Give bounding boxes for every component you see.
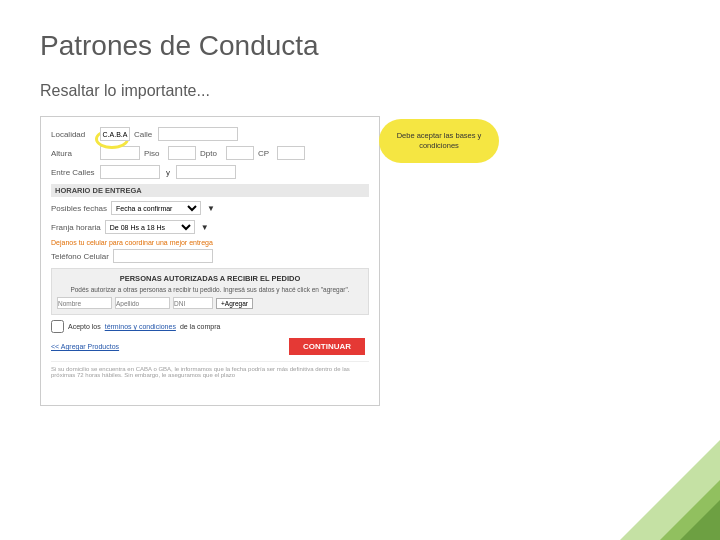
telefono-input[interactable]: [113, 249, 213, 263]
dpto-label: Dpto: [200, 149, 222, 158]
franja-horaria-row: Franja horaria De 08 Hs a 18 Hs ▼: [51, 220, 369, 234]
dni-input[interactable]: [173, 297, 213, 309]
posibles-fechas-row: Posibles fechas Fecha a confirmar ▼: [51, 201, 369, 215]
callout-bubble: Debe aceptar las bases y condiciones: [379, 119, 499, 163]
entre-calles-label: Entre Calles: [51, 168, 96, 177]
continuar-button[interactable]: CONTINUAR: [289, 338, 365, 355]
page-title: Patrones de Conducta: [0, 0, 720, 72]
calle-input[interactable]: [158, 127, 238, 141]
franja-horaria-label: Franja horaria: [51, 223, 101, 232]
bg-decoration: [540, 360, 720, 540]
terms-text: Acepto los: [68, 323, 101, 330]
y-label: y: [166, 168, 170, 177]
bottom-note: Si su domicilio se encuentra en CABA o G…: [51, 361, 369, 378]
altura-input[interactable]: [100, 146, 140, 160]
authorized-title: PERSONAS AUTORIZADAS A RECIBIR EL PEDIDO: [57, 274, 363, 283]
celular-hint: Dejanos tu celular para coordinar una me…: [51, 239, 369, 246]
form-mockup: Localidad Calle Debe aceptar las bases y…: [40, 116, 380, 406]
agregar-btn[interactable]: +Agregar: [216, 298, 253, 309]
authorized-desc: Podés autorizar a otras personas a recib…: [57, 286, 363, 293]
nombre-input[interactable]: [57, 297, 112, 309]
calle-label: Calle: [134, 130, 154, 139]
callout-text: Debe aceptar las bases y condiciones: [387, 131, 491, 151]
schedule-section-header: HORARIO DE ENTREGA: [51, 184, 369, 197]
franja-arrow: ▼: [201, 223, 209, 232]
fecha-arrow: ▼: [207, 204, 215, 213]
entre-calles-row: Entre Calles y: [51, 165, 369, 179]
posibles-fechas-label: Posibles fechas: [51, 204, 107, 213]
altura-row: Altura Piso Dpto CP: [51, 146, 369, 160]
localidad-row: Localidad Calle Debe aceptar las bases y…: [51, 127, 369, 141]
caba-input[interactable]: [100, 127, 130, 141]
terms-link[interactable]: términos y condiciones: [105, 323, 176, 330]
entre-calle1-input[interactable]: [100, 165, 160, 179]
authorized-inputs-row: +Agregar: [57, 297, 363, 309]
terms-text2: de la compra: [180, 323, 220, 330]
dpto-input[interactable]: [226, 146, 254, 160]
entre-calle2-input[interactable]: [176, 165, 236, 179]
piso-input[interactable]: [168, 146, 196, 160]
piso-label: Piso: [144, 149, 164, 158]
franja-select[interactable]: De 08 Hs a 18 Hs: [105, 220, 195, 234]
fecha-select[interactable]: Fecha a confirmar: [111, 201, 201, 215]
terms-checkbox[interactable]: [51, 320, 64, 333]
cp-input[interactable]: [277, 146, 305, 160]
terms-row: Acepto los términos y condiciones de la …: [51, 320, 369, 333]
page-subtitle: Resaltar lo importante...: [0, 72, 720, 116]
apellido-input[interactable]: [115, 297, 170, 309]
cp-label: CP: [258, 149, 273, 158]
altura-label: Altura: [51, 149, 96, 158]
authorized-section: PERSONAS AUTORIZADAS A RECIBIR EL PEDIDO…: [51, 268, 369, 315]
telefono-label: Teléfono Celular: [51, 252, 109, 261]
telefono-row: Teléfono Celular: [51, 249, 369, 263]
localidad-label: Localidad: [51, 130, 96, 139]
agregar-productos-link[interactable]: << Agregar Productos: [51, 343, 119, 350]
